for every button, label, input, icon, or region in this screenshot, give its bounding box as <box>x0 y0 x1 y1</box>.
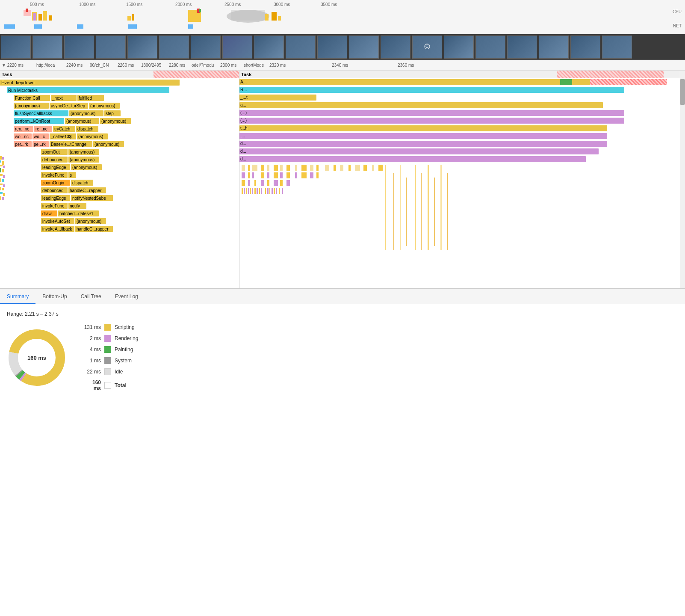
leadingedge-bar1: leadingEdge <box>41 164 70 170</box>
filmstrip-frame[interactable] <box>381 36 410 59</box>
svg-rect-96 <box>274 188 275 194</box>
dispatch-bar: dispatch <box>76 126 98 132</box>
svg-rect-20 <box>128 24 137 29</box>
notify-bar: notify <box>68 203 86 209</box>
svg-rect-58 <box>355 165 360 171</box>
filmstrip-frame[interactable] <box>507 36 537 59</box>
right-bar-a-hatched <box>590 79 667 85</box>
function-call-row[interactable]: Function Call _next fulfilled <box>0 94 239 101</box>
tab-summary[interactable]: Summary <box>0 289 35 304</box>
right-row-a[interactable]: A... <box>239 78 685 86</box>
svg-rect-43 <box>248 165 250 171</box>
filmstrip-frame[interactable] <box>222 36 252 59</box>
function-call-bar: Function Call <box>14 95 50 101</box>
filmstrip-frame[interactable] <box>444 36 474 59</box>
svg-rect-36 <box>0 187 1 190</box>
invokefunc-row2[interactable]: invokeFunc notify <box>0 201 239 209</box>
right-row-th[interactable]: t...h <box>239 124 685 132</box>
right-bar-a: A... <box>239 79 590 85</box>
right-row-p1[interactable]: (...) <box>239 109 685 117</box>
right-row-d1[interactable]: d... <box>239 140 685 148</box>
svg-rect-34 <box>0 184 3 185</box>
right-row-comma[interactable]: ,...​ <box>239 132 685 140</box>
handlecrapper-bar1: handleC...rapper <box>68 187 106 193</box>
filmstrip-frame[interactable] <box>475 36 505 59</box>
svg-rect-74 <box>242 180 245 186</box>
filmstrip-frame[interactable] <box>1 36 31 59</box>
svg-rect-108 <box>440 165 442 250</box>
tab-call-tree[interactable]: Call Tree <box>74 289 108 304</box>
filmstrip-frame[interactable] <box>159 36 189 59</box>
filmstrip-frame[interactable] <box>317 36 347 59</box>
event-keydown-row[interactable]: Event: keydown <box>0 78 239 86</box>
filmstrip-frame[interactable] <box>64 36 94 59</box>
anonymous-bar9: (anonymous) <box>68 157 99 163</box>
anonymous-bar10: (anonymous) <box>71 164 102 170</box>
flush-row[interactable]: flushSyncCallbacks (anonymous) step <box>0 109 239 117</box>
filmstrip-frame[interactable]: © <box>412 36 442 59</box>
invokeautoset-row[interactable]: invokeAutoSet (anonymous) <box>0 217 239 225</box>
total-name: Total <box>115 382 127 388</box>
task-header-label-right: Task <box>239 72 253 77</box>
perform-row[interactable]: perform...kOnRoot (anonymous) (anonymous… <box>0 117 239 124</box>
right-row-d3[interactable]: d... <box>239 155 685 163</box>
anonymous-row1[interactable]: (anonymous) asyncGe...torStep (anonymous… <box>0 101 239 109</box>
filmstrip-frame[interactable] <box>254 36 284 59</box>
right-row-d2[interactable]: d... <box>239 148 685 155</box>
right-row-p2[interactable]: (...) <box>239 117 685 124</box>
debounced-bar2: debounced <box>41 187 68 193</box>
svg-rect-83 <box>244 188 245 194</box>
tab-bottom-up[interactable]: Bottom-Up <box>35 289 74 304</box>
svg-rect-109 <box>447 173 448 250</box>
flame-header-left: Task <box>0 71 239 78</box>
filmstrip-frame[interactable] <box>127 36 157 59</box>
zoomorigin-row[interactable]: zoomOrigin dispatch <box>0 178 239 186</box>
anonymous-bar3: (anonymous) <box>69 110 103 116</box>
svg-rect-68 <box>280 172 283 178</box>
filmstrip-frame[interactable] <box>602 36 632 59</box>
filmstrip: © <box>0 34 685 60</box>
ren-row[interactable]: ren...nc re...nc tryCatch dispatch <box>0 124 239 132</box>
filmstrip-frame[interactable] <box>570 36 600 59</box>
svg-rect-16 <box>278 16 281 21</box>
svg-rect-78 <box>267 180 269 186</box>
svg-rect-24 <box>0 160 1 163</box>
invokecallback-row[interactable]: invokeA...llback handleC...rapper <box>0 225 239 232</box>
svg-rect-46 <box>267 165 269 171</box>
filmstrip-frame[interactable] <box>32 36 62 59</box>
leading-row1[interactable]: leadingEdge (anonymous) <box>0 163 239 171</box>
perk-row[interactable]: per...rk pe...rk BaseVie...tChange (anon… <box>0 140 239 148</box>
invokefunc-row1[interactable]: invokeFunc s <box>0 171 239 178</box>
wonc-row[interactable]: wo...nc wo...c _callee13$ (anonymous) <box>0 132 239 140</box>
svg-rect-65 <box>261 172 264 178</box>
anonymous-bar7: (anonymous) <box>93 141 124 147</box>
draw-row[interactable]: draw batched...dates$1 <box>0 209 239 217</box>
right-bar-r: R... <box>239 87 624 93</box>
ruler-tick-500: 500 ms <box>30 2 44 7</box>
filmstrip-frame[interactable] <box>349 36 379 59</box>
right-row-t[interactable]: _...t <box>239 94 685 101</box>
filmstrip-frame[interactable] <box>286 36 316 59</box>
leading-row2[interactable]: leadingEdge notifyNestedSubs <box>0 194 239 201</box>
filmstrip-frame[interactable] <box>539 36 569 59</box>
filmstrip-frame[interactable] <box>191 36 221 59</box>
debounced-row1[interactable]: debounced (anonymous) <box>0 155 239 163</box>
scrollbar[interactable] <box>680 71 685 288</box>
svg-rect-67 <box>274 172 278 178</box>
zoomout-row[interactable]: zoomOut (anonymous) <box>0 148 239 155</box>
step-bar: step <box>104 110 121 116</box>
anonymous-bar4: (anonymous) <box>65 118 99 124</box>
scrollbar-thumb[interactable] <box>680 79 685 105</box>
right-row-a2[interactable]: a... <box>239 101 685 109</box>
right-row-r[interactable]: R... <box>239 86 685 94</box>
handlecrapper-bar2: handleC...rapper <box>75 226 113 232</box>
svg-rect-69 <box>286 172 290 178</box>
zoomout-bar: zoomOut <box>41 149 68 155</box>
svg-rect-40 <box>0 196 1 200</box>
detail-tick-url1: http://loca <box>36 63 55 68</box>
run-microtasks-row[interactable]: Run Microtasks <box>0 86 239 94</box>
filmstrip-frame[interactable] <box>96 36 126 59</box>
invokeallback-bar: invokeA...llback <box>41 226 74 232</box>
debounced-row2[interactable]: debounced handleC...rapper <box>0 186 239 194</box>
tab-event-log[interactable]: Event Log <box>108 289 145 304</box>
